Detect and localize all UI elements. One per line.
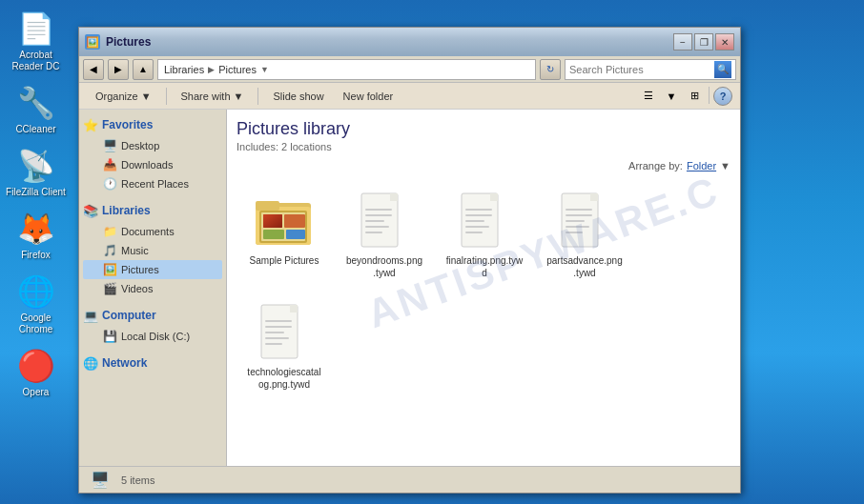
computer-icon: 💻	[83, 308, 98, 323]
svg-rect-33	[566, 232, 583, 233]
view-details-button[interactable]: ⊞	[684, 87, 705, 106]
desktop-icon-acrobat[interactable]: 📄 Acrobat Reader DC	[4, 8, 69, 74]
beyondrooms-label: beyondrooms.png.tywd	[345, 254, 423, 279]
up-button[interactable]: ▲	[133, 59, 154, 80]
refresh-button[interactable]: ↻	[540, 59, 561, 80]
svg-rect-23	[465, 220, 484, 222]
finalrating-label: finalrating.png.tywd	[445, 254, 524, 279]
sample-pictures-label: Sample Pictures	[250, 254, 319, 267]
sidebar-item-music[interactable]: 🎵 Music	[83, 241, 222, 260]
svg-rect-7	[284, 214, 305, 228]
beyondrooms-doc-icon	[360, 192, 409, 249]
localdisk-icon: 💾	[102, 329, 117, 344]
slideshow-label: Slide show	[273, 91, 323, 102]
file-item-partsadvance[interactable]: partsadvance.png.tywd	[542, 186, 627, 283]
recent-icon: 🕐	[102, 176, 117, 192]
sidebar-item-recent[interactable]: 🕐 Recent Places	[83, 174, 222, 193]
network-header[interactable]: 🌐 Network	[83, 355, 222, 371]
sidebar-documents-label: Documents	[121, 226, 175, 237]
toolbar-sep2	[257, 88, 258, 105]
window-icon: 🖼️	[85, 34, 100, 50]
sidebar-item-localdisk[interactable]: 💾 Local Disk (C:)	[83, 327, 222, 346]
explorer-window: 🖼️ Pictures − ❐ ✕ ◀ ▶ ▲ Libraries ▶ Pict…	[78, 27, 741, 494]
acrobat-icon-label: Acrobat Reader DC	[6, 50, 67, 72]
status-icon: 🖥️	[89, 469, 112, 492]
organize-button[interactable]: Organize ▼	[87, 86, 160, 107]
file-item-finalrating[interactable]: finalrating.png.tywd	[442, 186, 527, 283]
technologiescatalog-doc-icon	[259, 303, 309, 360]
partsadvance-doc-icon	[560, 192, 609, 249]
restore-button[interactable]: ❐	[694, 33, 713, 50]
search-box: 🔍	[565, 59, 736, 80]
svg-rect-12	[390, 193, 398, 201]
sidebar-pictures-label: Pictures	[121, 264, 159, 275]
address-path[interactable]: Libraries ▶ Pictures ▼	[157, 59, 536, 80]
svg-rect-13	[365, 209, 392, 211]
finalrating-icon	[454, 190, 515, 251]
sidebar-item-downloads[interactable]: 📥 Downloads	[83, 155, 222, 174]
address-libraries: Libraries	[164, 64, 204, 75]
address-arrow2: ▼	[260, 65, 269, 74]
search-go-button[interactable]: 🔍	[714, 61, 731, 78]
sidebar-item-pictures[interactable]: 🖼️ Pictures	[83, 260, 222, 279]
libraries-header[interactable]: 📚 Libraries	[83, 203, 222, 218]
sidebar-videos-label: Videos	[121, 283, 153, 294]
technologiescatalog-icon	[254, 301, 315, 362]
ccleaner-icon-label: CCleaner	[15, 124, 55, 135]
videos-icon: 🎬	[102, 281, 117, 296]
toolbar: Organize ▼ Share with ▼ Slide show New f…	[79, 83, 740, 110]
desktop-icon-chrome[interactable]: 🌐 Google Chrome	[4, 271, 69, 337]
svg-rect-9	[286, 230, 305, 239]
network-icon: 🌐	[83, 355, 98, 371]
technologiescatalog-label: technologiescatalog.png.tywd	[245, 366, 323, 391]
minimize-button[interactable]: −	[673, 33, 692, 50]
back-button[interactable]: ◀	[83, 59, 104, 80]
content-subtitle: Includes: 2 locations	[237, 141, 730, 152]
svg-rect-6	[263, 214, 282, 228]
address-bar: ◀ ▶ ▲ Libraries ▶ Pictures ▼ ↻ 🔍	[79, 56, 740, 83]
share-button[interactable]: Share with ▼	[173, 86, 253, 107]
favorites-icon: ⭐	[83, 117, 98, 132]
computer-header[interactable]: 💻 Computer	[83, 308, 222, 323]
svg-rect-20	[490, 193, 498, 201]
favorites-header[interactable]: ⭐ Favorites	[83, 117, 222, 132]
content-area: Pictures library Includes: 2 locations A…	[227, 110, 740, 466]
svg-rect-37	[265, 320, 292, 322]
firefox-icon-img: 🦊	[17, 210, 55, 248]
desktop-icon-opera[interactable]: 🔴 Opera	[4, 345, 69, 400]
window-title: Pictures	[106, 35, 668, 49]
svg-rect-30	[566, 214, 592, 216]
ccleaner-icon-img: 🔧	[17, 84, 55, 122]
forward-button[interactable]: ▶	[108, 59, 129, 80]
file-item-technologiescatalog[interactable]: technologiescatalog.png.tywd	[241, 297, 327, 394]
svg-rect-28	[590, 193, 598, 201]
view-sep	[709, 87, 710, 104]
close-button[interactable]: ✕	[715, 33, 734, 50]
libraries-section: 📚 Libraries 📁 Documents 🎵 Music 🖼️ Pictu…	[83, 203, 222, 298]
sidebar-item-videos[interactable]: 🎬 Videos	[83, 279, 222, 298]
svg-rect-24	[465, 226, 489, 228]
help-button[interactable]: ?	[713, 87, 732, 106]
sidebar: ⭐ Favorites 🖥️ Desktop 📥 Downloads 🕐 Rec…	[79, 110, 227, 466]
desktop-icon-firefox[interactable]: 🦊 Firefox	[4, 208, 69, 263]
filezilla-icon-img: 📡	[17, 147, 55, 185]
music-icon: 🎵	[102, 243, 117, 258]
sidebar-item-desktop[interactable]: 🖥️ Desktop	[83, 136, 222, 155]
desktop-icon-filezilla[interactable]: 📡 FileZilla Client	[4, 145, 69, 200]
desktop-icon-ccleaner[interactable]: 🔧 CCleaner	[4, 82, 69, 137]
svg-rect-22	[465, 214, 492, 216]
file-item-sample-pictures[interactable]: Sample Pictures	[241, 186, 327, 283]
file-item-beyondrooms[interactable]: beyondrooms.png.tywd	[341, 186, 427, 283]
view-list-button[interactable]: ☰	[638, 87, 659, 106]
search-input[interactable]	[569, 64, 710, 75]
sidebar-localdisk-label: Local Disk (C:)	[121, 331, 190, 342]
address-pictures: Pictures	[218, 64, 257, 75]
sidebar-item-documents[interactable]: 📁 Documents	[83, 222, 222, 241]
view-dropdown-button[interactable]: ▼	[661, 87, 682, 106]
arrange-label: Arrange by:	[628, 160, 683, 171]
newfolder-button[interactable]: New folder	[335, 86, 402, 107]
arrange-value[interactable]: Folder	[687, 160, 716, 171]
network-section: 🌐 Network	[83, 355, 222, 371]
slideshow-button[interactable]: Slide show	[264, 86, 332, 107]
svg-rect-40	[265, 337, 289, 339]
